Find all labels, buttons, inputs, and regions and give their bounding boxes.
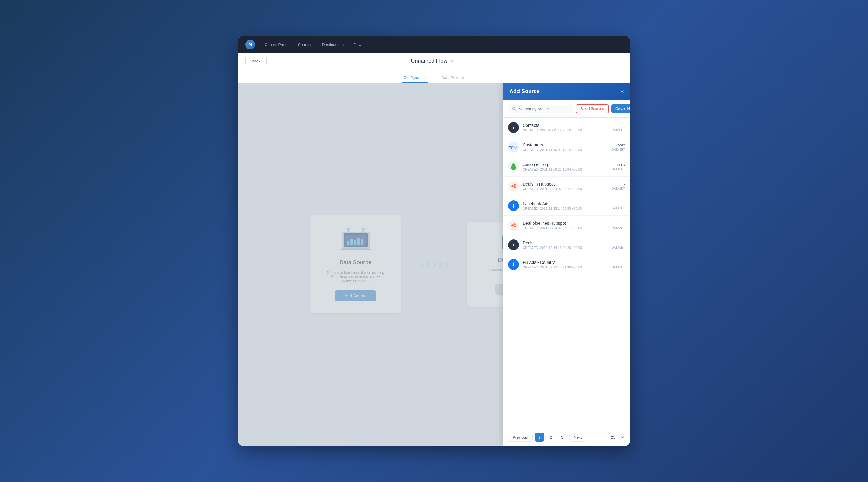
source-meta: - DATASET xyxy=(612,221,625,230)
source-meta: - DATASET xyxy=(612,182,625,190)
app-window: M Control Panel Sources Destinations Flo… xyxy=(238,36,630,446)
list-item[interactable]: customer_log CREATED: 2021-11-09 21:11:0… xyxy=(503,157,630,176)
source-dataset: DATASET xyxy=(612,246,625,249)
source-index: - xyxy=(612,261,625,265)
search-icon xyxy=(512,107,516,111)
page-3-button[interactable]: 3 xyxy=(558,432,567,442)
source-info: Deals in Hubspot CREATED: 2021-06-24 07:… xyxy=(523,182,608,191)
panel-title: Add Source xyxy=(509,88,540,95)
source-dataset: DATASET xyxy=(612,128,625,132)
tab-configuration[interactable]: Configuration xyxy=(402,73,428,83)
source-info: Contacts CREATED: 2020-12-15 14:25:10 +0… xyxy=(523,123,608,132)
source-meta: - DATASET xyxy=(612,202,625,210)
panel-search-row: Blend Sources Create New Source xyxy=(503,100,630,118)
list-item[interactable]: f Facebook Ads CREATED: 2020-12-15 14:58… xyxy=(503,196,630,216)
source-dataset: DATASET xyxy=(612,187,625,190)
source-index: index xyxy=(612,143,625,147)
source-date: CREATED: 2021-06-24 07:55:47 +00:00 xyxy=(523,187,608,191)
create-new-source-button[interactable]: Create New Source xyxy=(611,104,630,113)
pagination: Previous 1 2 3 Next 25 50 100 xyxy=(503,428,630,446)
close-panel-button[interactable]: × xyxy=(620,89,624,95)
add-source-panel: Add Source × Blend Sources Create New So… xyxy=(503,83,630,446)
source-name: Deal pipelines Hubspot xyxy=(523,221,608,226)
source-info: FB Ads - Country CREATED: 2021-02-22 15:… xyxy=(523,260,608,269)
svg-rect-18 xyxy=(513,168,514,170)
source-name: Contacts xyxy=(523,123,608,128)
blend-sources-button[interactable]: Blend Sources xyxy=(576,104,609,113)
list-item[interactable]: f FB Ads - Country CREATED: 2021-02-22 1… xyxy=(503,255,630,275)
svg-line-23 xyxy=(513,186,514,187)
source-date: CREATED: 2020-12-14 16:01:20 +00:00 xyxy=(523,246,608,250)
source-meta: - DATASET xyxy=(612,241,625,249)
tab-data-preview[interactable]: Data Preview xyxy=(440,73,466,83)
source-name: customer_log xyxy=(523,162,608,167)
main-content: Back Unnamed Flow ✏ Configuration Data P… xyxy=(238,53,630,446)
source-info: Deal pipelines Hubspot CREATED: 2021-06-… xyxy=(523,221,608,230)
edit-icon[interactable]: ✏ xyxy=(450,58,454,64)
source-icon: ● xyxy=(508,122,519,133)
list-item[interactable]: ● Contacts CREATED: 2020-12-15 14:25:10 … xyxy=(503,118,630,137)
source-icon: f xyxy=(508,259,519,270)
svg-point-26 xyxy=(514,226,516,227)
source-index: - xyxy=(612,182,625,187)
source-date: CREATED: 2021-11-10 09:11:12 +00:00 xyxy=(523,148,608,152)
next-button[interactable]: Next xyxy=(569,433,587,442)
source-meta: index DATASET xyxy=(612,143,625,151)
nav-control-panel[interactable]: Control Panel xyxy=(265,41,288,48)
svg-point-19 xyxy=(514,184,516,186)
navbar: M Control Panel Sources Destinations Flo… xyxy=(238,36,630,53)
source-info: Deals CREATED: 2020-12-14 16:01:20 +00:0… xyxy=(523,240,608,250)
per-page-selector: 25 50 100 xyxy=(607,433,625,441)
source-name: FB Ads - Country xyxy=(523,260,608,265)
source-name: Customers xyxy=(523,142,608,147)
page-1-button[interactable]: 1 xyxy=(535,432,544,442)
source-date: CREATED: 2021-06-24 07:57:11 +00:00 xyxy=(523,226,608,230)
source-dataset: DATASET xyxy=(612,265,625,269)
search-input[interactable] xyxy=(519,107,569,111)
list-item[interactable]: ● Deals CREATED: 2020-12-14 16:01:20 +00… xyxy=(503,235,630,255)
nav-sources[interactable]: Sources xyxy=(298,41,313,48)
list-item[interactable]: Deal pipelines Hubspot CREATED: 2021-06-… xyxy=(503,216,630,235)
source-info: customer_log CREATED: 2021-11-09 21:11:0… xyxy=(523,162,608,171)
source-info: Customers CREATED: 2021-11-10 09:11:12 +… xyxy=(523,142,608,152)
svg-point-25 xyxy=(512,224,513,226)
source-index: index xyxy=(612,163,625,167)
source-icon: MySQL xyxy=(508,141,519,153)
flow-name: Unnamed Flow xyxy=(411,58,447,64)
source-icon xyxy=(508,161,519,172)
svg-line-28 xyxy=(513,225,514,226)
source-date: CREATED: 2020-12-15 14:58:53 +00:00 xyxy=(523,207,608,210)
source-info: Facebook Ads CREATED: 2020-12-15 14:58:5… xyxy=(523,201,608,210)
source-index: - xyxy=(612,241,625,245)
nav-flows[interactable]: Flows xyxy=(353,41,364,48)
svg-point-16 xyxy=(513,107,515,110)
source-date: CREATED: 2021-02-22 15:24:39 +00:00 xyxy=(523,265,608,269)
list-item[interactable]: Deals in Hubspot CREATED: 2021-06-24 07:… xyxy=(503,176,630,196)
page-2-button[interactable]: 2 xyxy=(547,432,555,442)
back-button[interactable]: Back xyxy=(245,57,267,65)
flow-title: Unnamed Flow ✏ xyxy=(411,58,454,64)
svg-point-24 xyxy=(514,223,516,225)
source-name: Deals in Hubspot xyxy=(523,182,608,187)
source-icon: ● xyxy=(508,239,519,250)
list-item[interactable]: MySQL Customers CREATED: 2021-11-10 09:1… xyxy=(503,137,630,157)
source-index: - xyxy=(612,221,625,226)
svg-line-17 xyxy=(515,109,516,111)
source-date: CREATED: 2021-11-09 21:11:04 +00:00 xyxy=(523,167,608,171)
svg-point-21 xyxy=(514,187,516,188)
canvas: Data Source Choose at least one of your … xyxy=(238,83,630,446)
source-icon xyxy=(508,220,519,231)
source-dataset: DATASET xyxy=(612,148,625,151)
source-icon xyxy=(508,181,519,192)
svg-point-20 xyxy=(512,185,513,187)
search-box xyxy=(508,104,573,113)
previous-button[interactable]: Previous xyxy=(508,433,532,442)
source-dataset: DATASET xyxy=(612,207,625,210)
source-meta: index DATASET xyxy=(612,163,625,171)
source-meta: - DATASET xyxy=(612,261,625,269)
per-page-select[interactable]: 25 50 100 xyxy=(607,433,625,441)
toolbar: Back Unnamed Flow ✏ xyxy=(238,53,630,69)
source-date: CREATED: 2020-12-15 14:25:10 +00:00 xyxy=(523,128,608,132)
nav-destinations[interactable]: Destinations xyxy=(322,41,344,48)
source-dataset: DATASET xyxy=(612,226,625,230)
